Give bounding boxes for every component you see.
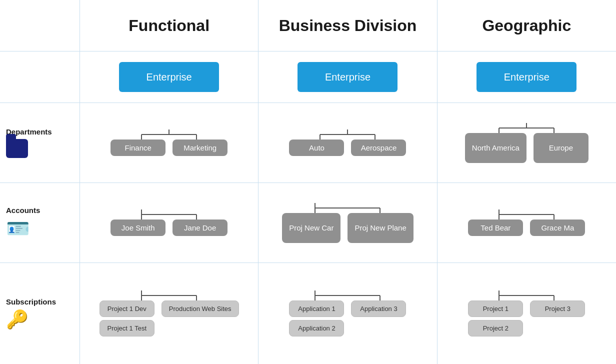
business-dept-row: Auto Aerospace [258, 103, 436, 183]
business-subs-row: Application 1 Application 2 Application … [258, 263, 436, 364]
business-auto-node: Auto [289, 140, 344, 156]
functional-subs-row: Project 1 Dev Project 1 Test Production … [80, 263, 258, 364]
functional-sub2-node: Project 1 Test [100, 320, 154, 336]
functional-sub1-node: Project 1 Dev [100, 300, 154, 317]
geographic-tedbear-node: Ted Bear [468, 220, 523, 236]
geographic-gracema-node: Grace Ma [530, 220, 585, 236]
business-projcar-node: Proj New Car [282, 213, 340, 243]
label-departments: Departments [0, 103, 80, 183]
functional-accounts-row: Joe Smith Jane Doe [80, 183, 258, 263]
business-sub2-node: Application 2 [289, 320, 344, 336]
key-icon: 🔑 [6, 309, 28, 330]
functional-marketing-node: Marketing [172, 140, 228, 156]
header-functional: Functional [80, 0, 258, 51]
business-aerospace-node: Aerospace [351, 140, 406, 156]
functional-column: Enterprise Finance Mar [80, 52, 258, 364]
business-sub1-node: Application 1 [289, 300, 344, 317]
geographic-accounts-row: Ted Bear Grace Ma [438, 183, 616, 263]
geographic-title: Geographic [482, 16, 571, 35]
folder-icon [6, 139, 28, 158]
business-enterprise-node: Enterprise [298, 62, 398, 92]
geographic-northamerica-node: North America [465, 133, 526, 163]
business-projplane-node: Proj New Plane [348, 213, 413, 243]
geographic-europe-node: Europe [534, 133, 588, 163]
label-accounts: Accounts 🪪 [0, 183, 80, 263]
header-empty [0, 0, 80, 51]
functional-dept-row: Finance Marketing [80, 103, 258, 183]
geographic-sub1-node: Project 1 [468, 300, 523, 317]
functional-title: Functional [128, 16, 210, 35]
subscriptions-label: Subscriptions [6, 298, 56, 306]
business-accounts-connector-top [282, 203, 412, 213]
labels-column: Departments Accounts 🪪 Subscriptions 🔑 [0, 52, 80, 364]
business-enterprise-row: Enterprise [258, 52, 436, 103]
functional-joesmith-node: Joe Smith [110, 220, 166, 236]
geographic-sub3-node: Project 3 [530, 300, 585, 317]
geographic-dept-row: North America Europe [438, 103, 616, 183]
geographic-enterprise-row: Enterprise [438, 52, 616, 103]
geographic-subs-connector-top [466, 290, 586, 300]
geographic-sub2-node: Project 2 [468, 320, 523, 336]
geographic-enterprise-node: Enterprise [476, 62, 576, 92]
functional-dept-connector-top [109, 130, 229, 140]
header-geographic: Geographic [438, 0, 616, 51]
business-dept-connector-top [288, 130, 408, 140]
business-title: Business Division [279, 16, 417, 35]
business-column: Enterprise Auto Aerospace [258, 52, 437, 364]
business-subs-connector-top [282, 290, 412, 300]
functional-enterprise-row: Enterprise [80, 52, 258, 103]
label-subscriptions: Subscriptions 🔑 [0, 263, 80, 364]
functional-subs-connector-top [109, 290, 229, 300]
geographic-accounts-connector-top [466, 210, 586, 220]
header-business: Business Division [258, 0, 437, 51]
label-enterprise-empty [0, 52, 80, 103]
geographic-column: Enterprise North America Europe [438, 52, 616, 364]
accounts-label: Accounts [6, 206, 40, 214]
geographic-dept-connector-top [466, 123, 586, 133]
functional-janedoe-node: Jane Doe [172, 220, 228, 236]
account-icon: 🪪 [6, 218, 30, 240]
geographic-subs-row: Project 1 Project 2 Project 3 [438, 263, 616, 364]
functional-finance-node: Finance [110, 140, 166, 156]
business-accounts-row: Proj New Car Proj New Plane [258, 183, 436, 263]
functional-enterprise-node: Enterprise [119, 62, 219, 92]
business-sub3-node: Application 3 [351, 300, 406, 317]
functional-sub3-node: Production Web Sites [162, 300, 239, 317]
functional-accounts-connector-top [109, 210, 229, 220]
